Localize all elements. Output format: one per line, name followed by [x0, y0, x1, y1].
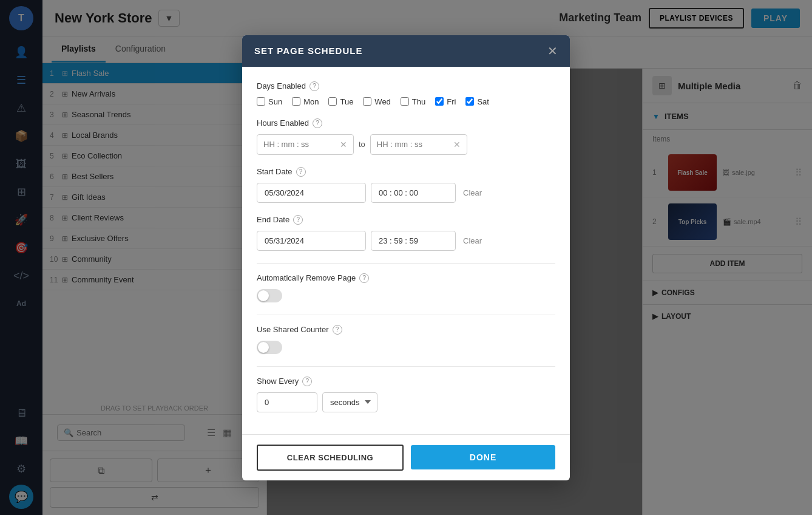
shared-counter-toggle-row — [257, 341, 555, 354]
show-every-input[interactable] — [257, 392, 317, 412]
hours-row: ✕ to ✕ — [257, 134, 555, 155]
show-every-section: Show Every ? secondsminuteshours — [257, 377, 555, 412]
modal-overlay[interactable]: SET PAGE SCHEDULE ✕ Days Enabled ? Sun M… — [0, 0, 812, 515]
day-check-fri[interactable] — [435, 97, 444, 106]
auto-remove-help[interactable]: ? — [359, 273, 369, 283]
end-date-label: End Date ? — [257, 215, 555, 225]
modal-body: Days Enabled ? Sun Mon Tue Wed Thu Fri S… — [242, 67, 570, 434]
auto-remove-label: Automatically Remove Page ? — [257, 273, 555, 283]
schedule-modal: SET PAGE SCHEDULE ✕ Days Enabled ? Sun M… — [242, 35, 570, 480]
modal-close-button[interactable]: ✕ — [547, 45, 558, 57]
show-every-row: secondsminuteshours — [257, 392, 555, 412]
modal-header: SET PAGE SCHEDULE ✕ — [242, 35, 570, 67]
to-label: to — [359, 140, 365, 149]
end-date-clear[interactable]: Clear — [463, 236, 482, 245]
shared-counter-label: Use Shared Counter ? — [257, 325, 555, 335]
shared-counter-help[interactable]: ? — [333, 325, 342, 335]
day-check-sun[interactable] — [257, 97, 265, 106]
day-check-sat[interactable] — [465, 97, 474, 106]
hours-from-clear[interactable]: ✕ — [340, 140, 347, 149]
days-section: Days Enabled ? Sun Mon Tue Wed Thu Fri S… — [257, 81, 555, 106]
day-checkbox-sun[interactable]: Sun — [257, 97, 282, 106]
hours-section: Hours Enabled ? ✕ to ✕ — [257, 118, 555, 155]
days-row: Sun Mon Tue Wed Thu Fri Sat — [257, 97, 555, 106]
day-checkbox-sat[interactable]: Sat — [465, 97, 489, 106]
modal-footer: CLEAR SCHEDULING DONE — [242, 434, 570, 480]
shared-counter-toggle[interactable] — [257, 341, 282, 354]
day-checkbox-fri[interactable]: Fri — [435, 97, 456, 106]
start-time-input[interactable] — [371, 183, 456, 203]
end-date-input[interactable] — [257, 231, 366, 251]
start-date-input[interactable] — [257, 183, 366, 203]
hours-label: Hours Enabled ? — [257, 118, 555, 128]
show-every-label: Show Every ? — [257, 377, 555, 386]
done-button[interactable]: DONE — [411, 445, 555, 469]
hours-to-input[interactable]: ✕ — [370, 134, 467, 155]
days-label: Days Enabled ? — [257, 81, 555, 91]
show-every-select[interactable]: secondsminuteshours — [322, 392, 377, 412]
show-every-help[interactable]: ? — [302, 377, 312, 386]
clear-scheduling-button[interactable]: CLEAR SCHEDULING — [257, 445, 404, 471]
day-check-tue[interactable] — [328, 97, 337, 106]
day-check-wed[interactable] — [363, 97, 371, 106]
day-check-thu[interactable] — [401, 97, 409, 106]
start-date-section: Start Date ? Clear — [257, 167, 555, 203]
day-checkbox-tue[interactable]: Tue — [328, 97, 353, 106]
shared-counter-section: Use Shared Counter ? — [257, 325, 555, 354]
end-date-row: Clear — [257, 231, 555, 251]
auto-remove-toggle-row — [257, 289, 555, 302]
start-date-row: Clear — [257, 183, 555, 203]
day-check-mon[interactable] — [292, 97, 300, 106]
day-checkbox-thu[interactable]: Thu — [401, 97, 425, 106]
days-help-icon[interactable]: ? — [310, 81, 319, 91]
hours-from-field[interactable] — [263, 140, 336, 149]
start-date-help[interactable]: ? — [296, 167, 306, 177]
day-checkbox-wed[interactable]: Wed — [363, 97, 391, 106]
hours-to-field[interactable] — [377, 140, 450, 149]
auto-remove-toggle[interactable] — [257, 289, 282, 302]
hours-to-clear[interactable]: ✕ — [453, 140, 461, 149]
end-time-input[interactable] — [371, 231, 456, 251]
auto-remove-section: Automatically Remove Page ? — [257, 273, 555, 302]
start-date-clear[interactable]: Clear — [463, 188, 482, 197]
end-date-help[interactable]: ? — [293, 215, 303, 225]
start-date-label: Start Date ? — [257, 167, 555, 177]
hours-from-input[interactable]: ✕ — [257, 134, 354, 155]
hours-help-icon[interactable]: ? — [313, 118, 322, 128]
modal-title: SET PAGE SCHEDULE — [254, 46, 362, 56]
end-date-section: End Date ? Clear — [257, 215, 555, 251]
day-checkbox-mon[interactable]: Mon — [292, 97, 319, 106]
